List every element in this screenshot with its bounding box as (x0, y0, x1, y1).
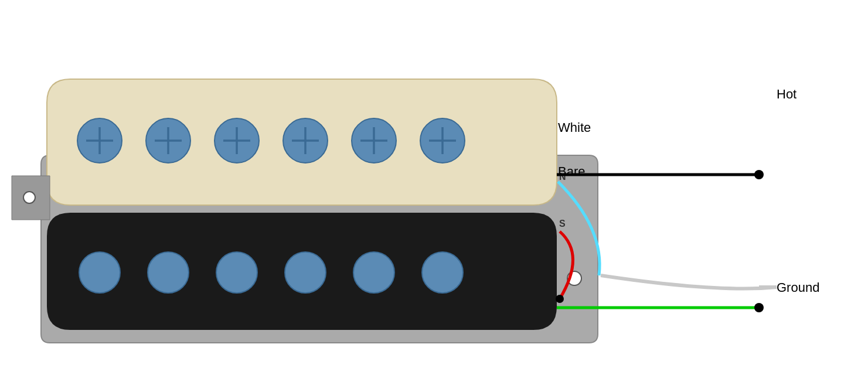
white-label: White (558, 120, 591, 135)
bare-label: Bare (558, 164, 585, 179)
hot-label: Hot (777, 87, 796, 102)
pickup-diagram (0, 0, 868, 385)
ground-label: Ground (777, 280, 819, 295)
